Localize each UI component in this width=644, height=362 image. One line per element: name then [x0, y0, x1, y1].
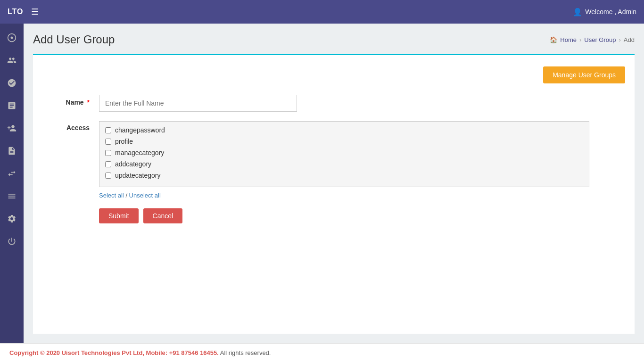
- breadcrumb-home-link[interactable]: Home: [560, 36, 577, 43]
- hamburger-icon[interactable]: ☰: [31, 7, 39, 17]
- select-all-link[interactable]: Select all: [99, 192, 124, 199]
- page-header: Add User Group 🏠 Home › User Group › Add: [33, 33, 635, 46]
- access-checkbox[interactable]: [105, 150, 111, 156]
- layout: Add User Group 🏠 Home › User Group › Add…: [0, 24, 644, 343]
- breadcrumb-user-group-link[interactable]: User Group: [584, 36, 616, 43]
- access-checkbox[interactable]: [105, 127, 111, 133]
- access-list-container: changepasswordprofilemanagecategoryaddca…: [99, 121, 589, 187]
- navbar-left: LTO ☰: [8, 7, 39, 17]
- list-item: changepassword: [104, 124, 584, 136]
- slash-separator: /: [125, 192, 129, 199]
- sidebar-item-dashboard[interactable]: [2, 28, 21, 47]
- access-checkbox[interactable]: [105, 139, 111, 145]
- breadcrumb-current: Add: [624, 36, 635, 43]
- select-links: Select all / Unselect all: [99, 192, 625, 199]
- breadcrumb-sep-2: ›: [619, 36, 621, 43]
- footer: Copyright © 2020 Uisort Technologies Pvt…: [0, 343, 644, 362]
- page-title: Add User Group: [33, 33, 115, 46]
- name-form-group: Name *: [42, 95, 625, 112]
- sidebar-item-reports[interactable]: [2, 141, 21, 160]
- brand-logo: LTO: [8, 8, 24, 16]
- sidebar-item-documents[interactable]: [2, 96, 21, 115]
- welcome-text: Welcome , Admin: [585, 8, 636, 16]
- access-checkbox[interactable]: [105, 173, 111, 179]
- unselect-all-link[interactable]: Unselect all: [129, 192, 161, 199]
- footer-normal: All rights reserved.: [220, 349, 271, 356]
- list-item: updatecategory: [104, 170, 584, 181]
- navbar-right: 👤 Welcome , Admin: [573, 8, 636, 16]
- name-input[interactable]: [99, 95, 297, 112]
- access-item-label: changepassword: [115, 126, 165, 134]
- form-buttons: Submit Cancel: [99, 208, 625, 223]
- list-item: profile: [104, 136, 584, 147]
- access-list: changepasswordprofilemanagecategoryaddca…: [99, 122, 589, 184]
- navbar: LTO ☰ 👤 Welcome , Admin: [0, 0, 644, 24]
- submit-button[interactable]: Submit: [99, 208, 139, 223]
- manage-user-groups-button[interactable]: Manage User Groups: [543, 66, 625, 83]
- name-label: Name *: [42, 95, 90, 106]
- main-content: Add User Group 🏠 Home › User Group › Add…: [24, 24, 644, 343]
- breadcrumb: 🏠 Home › User Group › Add: [550, 36, 635, 43]
- access-label: Access: [42, 121, 90, 132]
- access-item-label: updatecategory: [115, 172, 161, 179]
- required-indicator: *: [85, 99, 90, 106]
- card-top: Manage User Groups: [42, 66, 625, 83]
- breadcrumb-home-icon: 🏠: [550, 36, 557, 43]
- user-avatar-icon: 👤: [573, 8, 582, 16]
- svg-point-1: [11, 37, 13, 39]
- footer-highlight: Copyright © 2020 Uisort Technologies Pvt…: [9, 349, 219, 356]
- form-card: Manage User Groups Name * Access changep…: [33, 54, 635, 334]
- list-item: managecategory: [104, 147, 584, 158]
- access-item-label: profile: [115, 138, 133, 145]
- sidebar-item-transfer[interactable]: [2, 164, 21, 183]
- sidebar-item-groups[interactable]: [2, 74, 21, 92]
- access-item-label: managecategory: [115, 149, 164, 156]
- sidebar-item-users[interactable]: [2, 51, 21, 70]
- sidebar-item-add-user[interactable]: [2, 119, 21, 138]
- sidebar-item-list[interactable]: [2, 187, 21, 206]
- cancel-button[interactable]: Cancel: [143, 208, 183, 223]
- access-item-label: addcategory: [115, 160, 151, 168]
- sidebar-item-settings[interactable]: [2, 209, 21, 228]
- list-item: addcategory: [104, 158, 584, 170]
- breadcrumb-sep-1: ›: [579, 36, 581, 43]
- sidebar-item-power[interactable]: [2, 232, 21, 251]
- sidebar: [0, 24, 24, 343]
- access-checkbox[interactable]: [105, 161, 111, 167]
- access-form-group: Access changepasswordprofilemanagecatego…: [42, 121, 625, 187]
